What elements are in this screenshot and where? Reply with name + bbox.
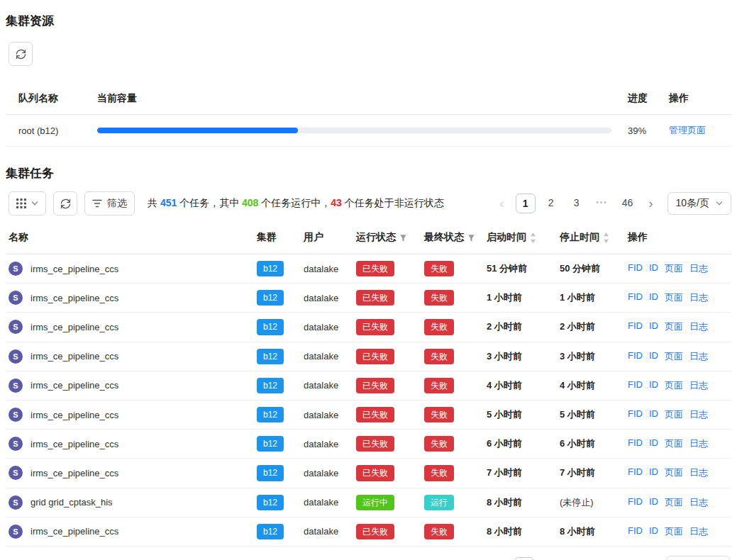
pagination-top: ‹ 1 2 3 ••• 46 › 10条/页 <box>494 192 731 215</box>
log-link[interactable]: 日志 <box>689 525 708 538</box>
cluster-header: 集群 <box>254 221 301 254</box>
chevron-down-icon <box>31 200 38 207</box>
page-link[interactable]: 页面 <box>665 320 683 333</box>
final-status-filter-icon[interactable] <box>467 234 475 242</box>
start-time-cell: 5 小时前 <box>484 400 557 429</box>
refresh-icon <box>16 49 26 60</box>
log-link[interactable]: 日志 <box>689 291 708 304</box>
fid-link[interactable]: FID <box>628 525 643 538</box>
final-status-badge: 失败 <box>424 349 454 364</box>
page-size-select[interactable]: 10条/页 <box>667 192 731 215</box>
user-cell: datalake <box>301 371 353 400</box>
pagination-page-3[interactable]: 3 <box>567 194 587 213</box>
final-status-badge: 失败 <box>424 407 454 422</box>
page-link[interactable]: 页面 <box>665 496 683 509</box>
task-name: irms_ce_pipeline_ccs <box>31 526 118 537</box>
task-summary: 共 451 个任务，其中 408 个任务运行中，43 个任务处于非运行状态 <box>148 197 444 210</box>
id-link[interactable]: ID <box>649 320 658 333</box>
fid-link[interactable]: FID <box>628 437 643 450</box>
id-link[interactable]: ID <box>649 408 658 421</box>
user-cell: datalake <box>301 400 353 429</box>
page-link[interactable]: 页面 <box>665 408 683 421</box>
final-status-badge: 失败 <box>424 378 454 393</box>
start-time-cell: 3 小时前 <box>484 342 557 371</box>
fid-link[interactable]: FID <box>628 320 643 333</box>
bottom-bar: ‹ 1 2 3 ••• 46 › 10条/页 <box>6 556 730 560</box>
id-link[interactable]: ID <box>649 379 658 392</box>
start-time-cell: 8 小时前 <box>484 488 557 517</box>
page-link[interactable]: 页面 <box>665 466 683 479</box>
pagination-page-3[interactable]: 3 <box>565 557 585 560</box>
page-link[interactable]: 页面 <box>665 350 683 363</box>
stop-time-cell: 1 小时前 <box>557 284 625 313</box>
run-status-badge: 已失败 <box>356 436 394 452</box>
page-size-select[interactable]: 10条/页 <box>666 556 730 560</box>
page-link[interactable]: 页面 <box>665 291 683 304</box>
pagination-prev-button[interactable]: ‹ <box>494 194 510 213</box>
log-link[interactable]: 日志 <box>689 466 708 479</box>
pagination-page-1[interactable]: 1 <box>514 557 534 560</box>
log-link[interactable]: 日志 <box>689 379 708 392</box>
log-link[interactable]: 日志 <box>689 350 708 363</box>
log-link[interactable]: 日志 <box>689 262 708 275</box>
user-cell: datalake <box>301 517 353 546</box>
pagination-ellipsis[interactable]: ••• <box>591 557 611 560</box>
fid-link[interactable]: FID <box>628 350 643 363</box>
resources-header-row: 队列名称 当前容量 进度 操作 <box>6 83 731 115</box>
run-status-badge: 运行中 <box>356 495 394 510</box>
id-link[interactable]: ID <box>649 466 658 479</box>
table-row: S irms_ce_pipeline_ccs b12 datalake 已失败 … <box>6 313 731 342</box>
task-name: irms_ce_pipeline_ccs <box>31 468 118 478</box>
log-link[interactable]: 日志 <box>689 320 708 333</box>
run-status-filter-icon[interactable] <box>399 234 407 242</box>
column-settings-button[interactable] <box>9 191 46 215</box>
stop-time-sorter-icon[interactable] <box>603 233 609 243</box>
resources-refresh-button[interactable] <box>9 42 33 66</box>
run-status-badge: 已失败 <box>356 407 394 422</box>
fid-link[interactable]: FID <box>628 496 643 509</box>
filter-button[interactable]: 筛选 <box>84 191 135 215</box>
run-status-badge: 已失败 <box>356 524 394 539</box>
id-link[interactable]: ID <box>649 496 658 509</box>
pagination-ellipsis[interactable]: ••• <box>592 194 612 213</box>
avatar: S <box>9 437 23 451</box>
fid-link[interactable]: FID <box>628 466 643 479</box>
id-link[interactable]: ID <box>649 525 658 538</box>
id-link[interactable]: ID <box>649 437 658 450</box>
avatar: S <box>9 320 23 334</box>
id-link[interactable]: ID <box>649 262 658 275</box>
id-link[interactable]: ID <box>649 291 658 304</box>
fid-link[interactable]: FID <box>628 379 643 392</box>
tasks-refresh-button[interactable] <box>53 191 77 215</box>
run-status-badge: 已失败 <box>356 261 394 276</box>
progress-percent: 39% <box>625 115 666 147</box>
filter-button-label: 筛选 <box>107 197 127 210</box>
capacity-progress-fill <box>97 128 298 133</box>
tasks-table: 名称 集群 用户 运行状态 最终状态 <box>6 221 731 547</box>
fid-link[interactable]: FID <box>628 291 643 304</box>
table-row: S irms_ce_pipeline_ccs b12 datalake 已失败 … <box>6 284 731 313</box>
tasks-header-row: 名称 集群 用户 运行状态 最终状态 <box>6 221 731 254</box>
log-link[interactable]: 日志 <box>689 408 708 421</box>
run-status-badge: 已失败 <box>356 465 394 481</box>
run-status-badge: 已失败 <box>356 319 394 335</box>
cluster-badge: b12 <box>257 495 284 510</box>
page-link[interactable]: 页面 <box>665 379 683 392</box>
pagination-page-2[interactable]: 2 <box>541 194 561 213</box>
summary-text: 共 <box>148 197 160 208</box>
pagination-next-button[interactable]: › <box>643 194 659 213</box>
log-link[interactable]: 日志 <box>689 437 708 450</box>
page-link[interactable]: 页面 <box>665 262 683 275</box>
id-link[interactable]: ID <box>649 350 658 363</box>
pagination-page-2[interactable]: 2 <box>540 557 560 560</box>
fid-link[interactable]: FID <box>628 408 643 421</box>
start-time-sorter-icon[interactable] <box>530 233 536 243</box>
fid-link[interactable]: FID <box>628 262 643 275</box>
pagination-page-last[interactable]: 46 <box>616 557 636 560</box>
page-link[interactable]: 页面 <box>665 525 683 538</box>
pagination-page-1[interactable]: 1 <box>516 194 536 213</box>
page-link[interactable]: 页面 <box>665 437 683 450</box>
log-link[interactable]: 日志 <box>689 496 708 509</box>
manage-page-link[interactable]: 管理页面 <box>669 125 706 135</box>
pagination-page-last[interactable]: 46 <box>618 194 638 213</box>
